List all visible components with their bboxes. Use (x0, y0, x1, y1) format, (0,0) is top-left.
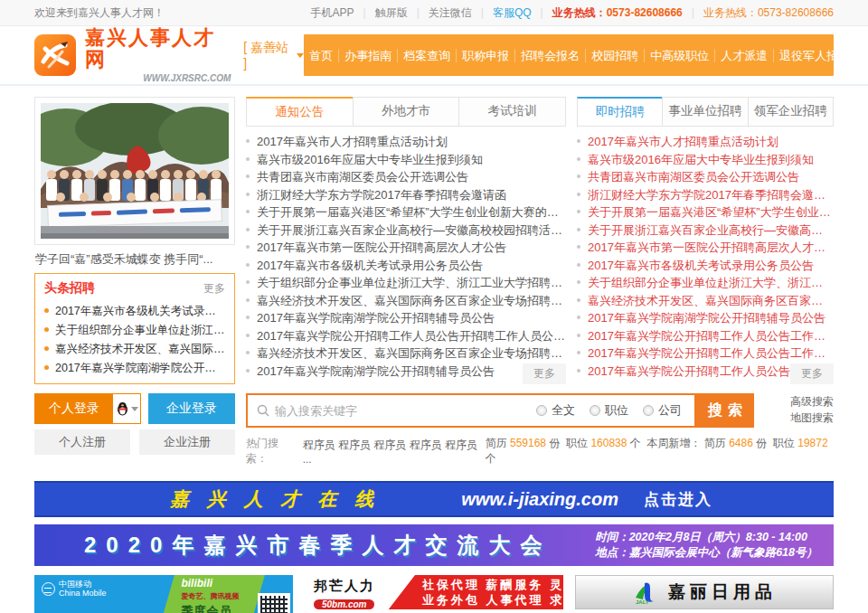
job-item[interactable]: 2017年嘉兴学院公开招聘工作人员公告工作人员... (577, 327, 834, 345)
notice-item[interactable]: 关于组织部分企事业单位赴浙江大学、浙江工业大学招聘人才的... (246, 274, 566, 292)
banner2-place: 地点：嘉兴国际会展中心（新气象路618号） (595, 545, 817, 561)
left-column: 学子回“嘉”感受禾城蝶变 携手同“... 头条招聘 更多 2017年嘉兴市各级机… (34, 97, 235, 384)
ad-column-bangmang: 邦芒人力 50bm.com 社保代理 薪酬服务 灵活用工 业务外包 人事代理 求… (305, 575, 563, 613)
job-item[interactable]: 浙江财经大学东方学院2017年春季招聘会邀请函 (577, 186, 834, 204)
search-button[interactable]: 搜索 (694, 393, 754, 428)
headline-item[interactable]: 嘉兴经济技术开发区、嘉兴国际商务... (44, 340, 225, 359)
notice-item[interactable]: 2017年嘉兴学院南湖学院公开招聘辅导员公告 (246, 363, 566, 381)
job-item[interactable]: 共青团嘉兴市南湖区委员会公开选调公告 (577, 168, 834, 186)
notice-item[interactable]: 嘉兴经济技术开发区、嘉兴国际商务区百家企业专场招聘会公告 (246, 292, 566, 310)
site-logo[interactable] (34, 34, 76, 76)
nav-item-title-declaration[interactable]: 职称申报 (456, 49, 514, 62)
job-item[interactable]: 嘉兴经济技术开发区、嘉兴国际商务区百家企业专... (577, 292, 834, 310)
nav-item-senior-positions[interactable]: 中高级职位 (644, 49, 714, 62)
ad-column-jaly: JALY 嘉丽日用品 (575, 575, 834, 613)
topbar-link-mobile-app[interactable]: 手机APP (311, 5, 354, 21)
job-item[interactable]: 2017年嘉兴市第一医院公开招聘高层次人才公告 (577, 239, 834, 257)
jaly-name: 嘉丽日用品 (668, 580, 777, 604)
notice-item[interactable]: 2017年嘉兴学院南湖学院公开招聘辅导员公告 (246, 309, 566, 327)
station-selector[interactable]: [ 嘉善站 ] (243, 40, 304, 71)
hot-search-terms[interactable]: 程序员 程序员 程序员 程序员 程序员 ... (303, 438, 486, 466)
notices-tabs: 通知公告 外地才市 考试培训 (246, 97, 566, 127)
advanced-search-links: 高级搜索 地图搜索 (790, 393, 834, 426)
bangmang-site: 50bm.com (314, 599, 374, 609)
topbar-link-qq-support[interactable]: 客服QQ (493, 5, 532, 21)
headline-item[interactable]: 2017年嘉兴学院南湖学院公开招聘辅... (44, 359, 225, 378)
nav-item-home[interactable]: 首页 (304, 49, 338, 62)
ad-china-mobile[interactable]: 中国移动China Mobile 移动花卡 bilibili 爱奇艺、腾讯视频 … (34, 575, 293, 613)
banner-jiaxing-talent-online[interactable]: 嘉 兴 人 才 在 线 www.i-jiaxing.com 点击进入 (34, 481, 834, 517)
divider: | (363, 6, 366, 19)
topbar: 欢迎来到嘉兴人事人才网！ 手机APP | 触屏版 | 关注微信 | 客服QQ |… (0, 0, 868, 26)
nav-item-archive-search[interactable]: 档案查询 (397, 49, 456, 62)
job-item[interactable]: 嘉兴市级2016年应届大中专毕业生报到须知 (577, 151, 834, 169)
notice-item[interactable]: 2017年嘉兴市第一医院公开招聘高层次人才公告 (246, 239, 566, 257)
ad-bangmang-hr[interactable]: 邦芒人力 50bm.com 社保代理 薪酬服务 灵活用工 业务外包 人事代理 求… (305, 575, 563, 609)
job-item[interactable]: 关于开展第一届嘉兴港区“希望杯”大学生创业创... (577, 203, 834, 222)
topbar-link-touch-version[interactable]: 触屏版 (375, 5, 408, 21)
radio-fulltext[interactable]: 全文 (536, 402, 575, 419)
nav-item-jobfair-signup[interactable]: 招聘会报名 (514, 49, 585, 62)
tab-notice-announcements[interactable]: 通知公告 (246, 97, 354, 127)
main-content: 学子回“嘉”感受禾城蝶变 携手同“... 头条招聘 更多 2017年嘉兴市各级机… (34, 97, 834, 384)
notice-item[interactable]: 2017年嘉兴学院公开招聘工作人员公告开招聘工作人员公告开... (246, 327, 566, 345)
search-area: 全文 职位 公司 搜索 高级搜索 地图搜索 热门搜索： 程序员 程序员 程序员 … (246, 393, 834, 467)
radio-position[interactable]: 职位 (590, 402, 628, 419)
notice-item[interactable]: 嘉兴经济技术开发区、嘉兴国际商务区百家企业专场招聘会公告 (246, 344, 566, 363)
search-box: 全文 职位 公司 搜索 (246, 393, 754, 428)
brand-block[interactable]: 嘉兴人事人才网 WWW.JXRSRC.COM (85, 27, 231, 83)
nav-item-veteran-recruit[interactable]: 退役军人招聘 (773, 49, 834, 62)
company-register-button[interactable]: 企业注册 (139, 429, 235, 455)
tab-public-institution-recruit[interactable]: 事业单位招聘 (662, 97, 748, 127)
tab-instant-recruit[interactable]: 即时招聘 (577, 97, 663, 127)
job-item[interactable]: 2017年嘉兴市各级机关考试录用公务员公告 (577, 257, 834, 275)
advanced-search-link[interactable]: 高级搜索 (790, 393, 834, 410)
notice-item[interactable]: 关于开展浙江嘉兴百家企业高校行—安徽高校校园招聘活动的通... (246, 222, 566, 240)
notices-column: 通知公告 外地才市 考试培训 2017年嘉兴市人才招聘重点活动计划 嘉兴市级20… (246, 97, 566, 384)
tab-other-markets[interactable]: 外地才市 (353, 97, 460, 127)
personal-register-button[interactable]: 个人注册 (34, 429, 130, 455)
radio-company[interactable]: 公司 (643, 402, 682, 419)
nav-item-talent-dispatch[interactable]: 人才派遣 (714, 49, 773, 62)
tab-exam-training[interactable]: 考试培训 (458, 97, 566, 127)
job-item[interactable]: 2017年嘉兴市人才招聘重点活动计划 (577, 133, 834, 151)
notice-item[interactable]: 2017年嘉兴市人才招聘重点活动计划 (246, 133, 566, 151)
notice-item[interactable]: 关于开展第一届嘉兴港区“希望杯”大学生创业创新大赛的通知 (246, 203, 566, 222)
banner-spring-jobfair[interactable]: 2020年嘉兴市春季人才交流大会 时间：2020年2月8日（周六）8:30 - … (34, 524, 834, 566)
site-header: 嘉兴人事人才网 WWW.JXRSRC.COM [ 嘉善站 ] 首页 办事指南 档… (0, 26, 868, 86)
chevron-down-icon (131, 407, 138, 411)
banner1-cta: 点击进入 (644, 489, 712, 510)
topbar-link-wechat[interactable]: 关注微信 (429, 5, 472, 21)
job-item[interactable]: 2017年嘉兴学院南湖学院公开招聘辅导员公告 (577, 309, 834, 327)
qq-penguin-icon (116, 401, 129, 416)
map-search-link[interactable]: 地图搜索 (790, 410, 834, 426)
ad-jaly-daily-goods[interactable]: JALY 嘉丽日用品 (575, 575, 834, 609)
news-photo-illustration (41, 103, 229, 239)
news-photo[interactable] (34, 97, 235, 245)
photo-caption[interactable]: 学子回“嘉”感受禾城蝶变 携手同“... (35, 251, 234, 268)
company-login-button[interactable]: 企业登录 (148, 393, 235, 424)
personal-login-button[interactable]: 个人登录 (35, 394, 113, 423)
bangmang-services: 社保代理 薪酬服务 灵活用工 业务外包 人事代理 求职招聘 (415, 575, 563, 609)
notices-more-link[interactable]: 更多 (523, 363, 566, 384)
qq-login-button[interactable] (113, 394, 140, 423)
china-mobile-icon (42, 582, 55, 596)
jobs-more-link[interactable]: 更多 (790, 363, 834, 384)
job-item[interactable]: 关于开展浙江嘉兴百家企业高校行—安徽高校校园... (577, 222, 834, 240)
notice-item[interactable]: 浙江财经大学东方学院2017年春季招聘会邀请函 (246, 186, 566, 204)
headline-more-link[interactable]: 更多 (203, 281, 225, 297)
bangmang-name: 邦芒人力 (314, 578, 415, 595)
headline-item[interactable]: 关于组织部分企事业单位赴浙江大学... (44, 321, 225, 340)
nav-item-guide[interactable]: 办事指南 (338, 49, 397, 62)
headline-item[interactable]: 2017年嘉兴市各级机关考试录用公务... (44, 302, 225, 321)
notice-item[interactable]: 嘉兴市级2016年应届大中专毕业生报到须知 (246, 151, 566, 169)
search-input[interactable] (275, 395, 536, 426)
nav-item-campus-recruit[interactable]: 校园招聘 (585, 49, 644, 62)
notice-item[interactable]: 2017年嘉兴市各级机关考试录用公务员公告 (246, 257, 566, 275)
ad-mobile-subtext: 爱奇艺、腾讯视频 (181, 591, 259, 601)
job-item[interactable]: 关于组织部分企事业单位赴浙江大学、浙江工业大... (577, 274, 834, 292)
notice-item[interactable]: 共青团嘉兴市南湖区委员会公开选调公告 (246, 168, 566, 186)
job-item[interactable]: 2017年嘉兴学院公开招聘工作人员公告工作人员... (577, 344, 834, 363)
ad-mobile-member: 季度会员 (181, 603, 259, 613)
tab-leading-enterprise-recruit[interactable]: 领军企业招聘 (748, 97, 834, 127)
